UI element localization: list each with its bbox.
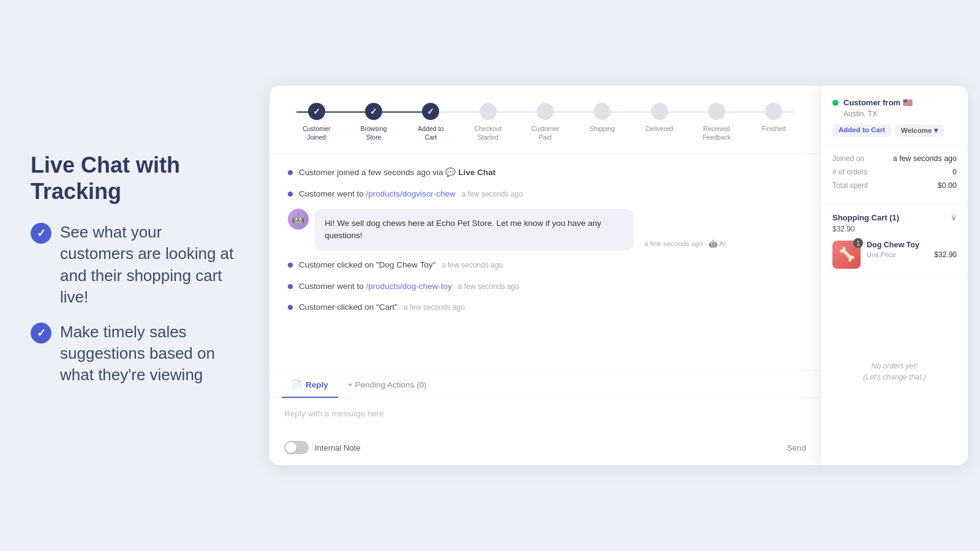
customer-city: Austin, TX bbox=[843, 110, 957, 118]
flag-icon: 🇺🇸 bbox=[903, 98, 913, 107]
event-dot-4 bbox=[288, 284, 293, 289]
event-clicked-cart: Customer clicked on "Cart" a few seconds… bbox=[288, 301, 802, 313]
cart-item-price-label: Unit Price bbox=[867, 251, 896, 258]
tab-pending-actions[interactable]: + Pending Actions (0) bbox=[338, 371, 437, 398]
event-dot-3 bbox=[288, 263, 293, 268]
step-received-feedback: ReceivedFeedback bbox=[688, 103, 745, 141]
no-orders-line2: (Let's change that.) bbox=[863, 372, 925, 383]
feature-item-2: Make timely sales suggestions based on w… bbox=[31, 321, 239, 386]
stat-label-orders: # of orders bbox=[832, 168, 867, 176]
cart-item-price-row: Unit Price $32.90 bbox=[867, 250, 957, 259]
step-label-6: Shipping bbox=[590, 125, 615, 133]
event-dot-2 bbox=[288, 192, 293, 197]
bubble-meta: a few seconds ago · 🤖 AI bbox=[644, 239, 726, 250]
event-customer-joined: Customer joined a few seconds ago via 💬 … bbox=[288, 167, 802, 179]
reply-footer: Internal Note Send bbox=[270, 435, 821, 465]
page-title: Live Chat with Tracking bbox=[31, 152, 239, 204]
event-dot-1 bbox=[288, 170, 293, 175]
cart-item-name: Dog Chew Toy bbox=[867, 241, 957, 249]
cart-chevron-icon[interactable]: ∨ bbox=[951, 212, 957, 222]
toggle-switch[interactable] bbox=[284, 441, 309, 454]
toggle-knob bbox=[285, 442, 296, 453]
cart-item-image: 🦴 1 bbox=[832, 241, 861, 269]
reply-placeholder[interactable]: Reply with a message here bbox=[284, 409, 384, 418]
cart-item-badge: 1 bbox=[853, 238, 863, 248]
step-delivered: Delivered bbox=[631, 103, 688, 133]
step-circle-5 bbox=[537, 103, 554, 120]
event-time-2: a few seconds ago bbox=[462, 190, 523, 198]
stat-row-orders: # of orders 0 bbox=[832, 168, 957, 176]
customer-location: Customer from 🇺🇸 bbox=[843, 98, 913, 107]
left-panel: Live Chat with Tracking See what your cu… bbox=[0, 115, 270, 436]
tag-row: Added to Cart Welcome ▾ bbox=[832, 124, 957, 137]
step-finished: Finished bbox=[745, 103, 802, 133]
customer-header: Customer from 🇺🇸 Austin, TX Added to Car… bbox=[821, 86, 968, 146]
check-icon-1 bbox=[31, 223, 51, 244]
step-customer-joined: CustomerJoined bbox=[288, 103, 345, 141]
reply-input-area[interactable]: Reply with a message here bbox=[270, 398, 821, 435]
feature-item-1: See what your customers are looking at a… bbox=[31, 222, 239, 307]
no-orders-line1: No orders yet! bbox=[863, 361, 925, 372]
cart-total: $32.90 bbox=[832, 225, 957, 233]
reply-tabs: 📄 Reply + Pending Actions (0) bbox=[270, 371, 821, 398]
tab-reply[interactable]: 📄 Reply bbox=[282, 371, 338, 398]
cart-header: Shopping Cart (1) ∨ bbox=[832, 212, 957, 222]
bot-avatar: 🤖 bbox=[288, 209, 309, 230]
event-time-4: a few seconds ago bbox=[458, 282, 519, 291]
step-label-3: Added toCart bbox=[418, 125, 443, 141]
link-dog-chew-toy[interactable]: /products/dog-chew-toy bbox=[366, 282, 452, 291]
step-circle-2 bbox=[365, 103, 382, 120]
reply-tab-icon: 📄 bbox=[292, 380, 302, 389]
feature-text-2: Make timely sales suggestions based on w… bbox=[60, 321, 239, 386]
event-time-5: a few seconds ago bbox=[404, 303, 465, 312]
tag-welcome[interactable]: Welcome ▾ bbox=[895, 124, 944, 137]
step-label-4: CheckoutStarted bbox=[474, 125, 501, 141]
progress-bar-container: CustomerJoined BrowsingStore Added toCar… bbox=[270, 86, 821, 154]
step-circle-1 bbox=[308, 103, 325, 120]
bot-message-row: 🤖 Hi! We sell dog chews here at Echo Pet… bbox=[288, 209, 802, 251]
stat-label-spent: Total spent bbox=[832, 181, 868, 190]
step-label-8: ReceivedFeedback bbox=[703, 125, 731, 141]
step-customer-paid: CustomerPaid bbox=[516, 103, 573, 141]
progress-steps: CustomerJoined BrowsingStore Added toCar… bbox=[288, 103, 802, 141]
step-shipping: Shipping bbox=[574, 103, 631, 133]
chevron-down-icon: ▾ bbox=[934, 126, 938, 135]
step-label-5: CustomerPaid bbox=[531, 125, 559, 141]
chat-bubble: Hi! We sell dog chews here at Echo Pet S… bbox=[315, 209, 633, 251]
orders-section: No orders yet! (Let's change that.) bbox=[821, 278, 968, 465]
chat-messages[interactable]: Customer joined a few seconds ago via 💬 … bbox=[270, 154, 821, 370]
reply-area: 📄 Reply + Pending Actions (0) Reply with… bbox=[270, 370, 821, 465]
event-clicked-toy: Customer clicked on "Dog Chew Toy" a few… bbox=[288, 259, 802, 271]
stat-value-spent: $0.00 bbox=[938, 181, 957, 190]
shopping-cart-section: Shopping Cart (1) ∨ $32.90 🦴 1 Dog Chew … bbox=[821, 204, 968, 278]
reply-tab-label: Reply bbox=[306, 380, 328, 389]
feature-list: See what your customers are looking at a… bbox=[31, 222, 239, 386]
step-checkout-started: CheckoutStarted bbox=[459, 103, 516, 141]
event-went-to-1: Customer went to /products/dogvisor-chew… bbox=[288, 188, 802, 200]
no-orders-text: No orders yet! (Let's change that.) bbox=[863, 361, 925, 383]
step-browsing-store: BrowsingStore bbox=[345, 103, 402, 141]
internal-note-label: Internal Note bbox=[315, 443, 360, 452]
step-circle-8 bbox=[708, 103, 725, 120]
link-dogvisor[interactable]: /products/dogvisor-chew bbox=[366, 189, 456, 198]
stat-label-joined: Joined on bbox=[832, 154, 864, 163]
main-area: CustomerJoined BrowsingStore Added toCar… bbox=[270, 86, 968, 465]
cart-item-info: Dog Chew Toy Unit Price $32.90 bbox=[867, 241, 957, 259]
tag-added-to-cart: Added to Cart bbox=[832, 124, 891, 137]
cart-item: 🦴 1 Dog Chew Toy Unit Price $32.90 bbox=[832, 241, 957, 269]
step-circle-6 bbox=[594, 103, 611, 120]
event-text-5: Customer clicked on "Cart" a few seconds… bbox=[299, 301, 465, 313]
right-sidebar: Customer from 🇺🇸 Austin, TX Added to Car… bbox=[821, 86, 968, 465]
feature-text-1: See what your customers are looking at a… bbox=[60, 222, 239, 307]
internal-note-toggle[interactable]: Internal Note bbox=[284, 441, 360, 454]
event-dot-5 bbox=[288, 305, 293, 310]
stat-row-joined: Joined on a few seconds ago bbox=[832, 154, 957, 163]
step-label-7: Delivered bbox=[646, 125, 673, 133]
customer-status-row: Customer from 🇺🇸 bbox=[832, 98, 957, 107]
send-button[interactable]: Send bbox=[786, 443, 806, 452]
event-text-4: Customer went to /products/dog-chew-toy … bbox=[299, 280, 519, 293]
cart-item-price: $32.90 bbox=[934, 250, 957, 259]
step-added-to-cart: Added toCart bbox=[402, 103, 459, 141]
chat-panel: CustomerJoined BrowsingStore Added toCar… bbox=[270, 86, 821, 465]
step-circle-7 bbox=[651, 103, 668, 120]
